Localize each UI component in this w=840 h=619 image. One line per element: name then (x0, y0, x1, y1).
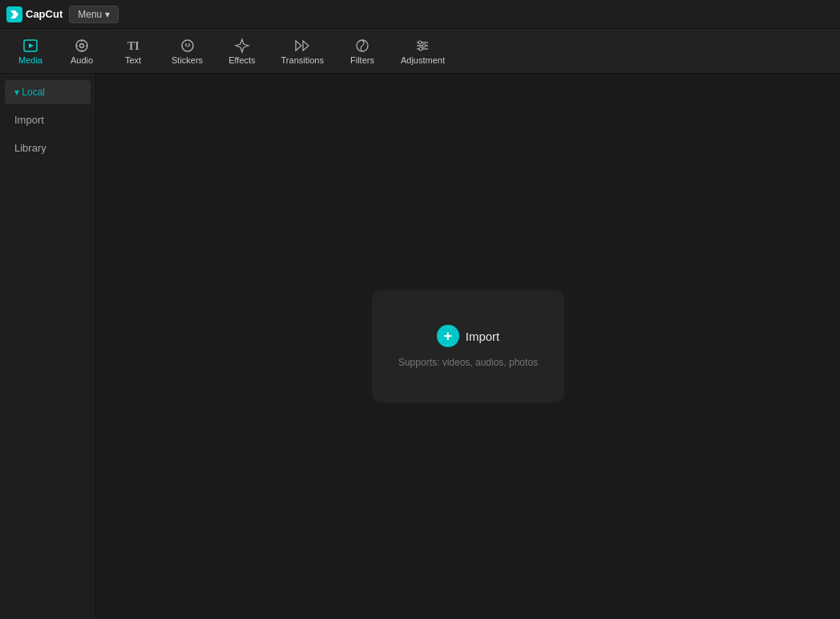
sidebar-item-import[interactable]: Import (5, 107, 91, 132)
toolbar-item-media[interactable]: Media (6, 33, 55, 70)
import-subtitle: Supports: videos, audios, photos (398, 357, 538, 368)
svg-point-4 (80, 43, 84, 47)
library-label: Library (14, 142, 46, 154)
svg-point-11 (185, 43, 187, 45)
audio-icon (74, 38, 90, 54)
effects-icon (234, 38, 250, 54)
svg-marker-2 (29, 43, 34, 48)
transitions-icon (294, 38, 310, 54)
text-icon: TI (125, 38, 141, 54)
toolbar-item-audio[interactable]: Audio (58, 33, 106, 70)
title-bar: CapCut Menu ▾ (0, 0, 840, 29)
media-label: Media (18, 56, 42, 65)
effects-label: Effects (228, 56, 255, 65)
sidebar: ▾ Local Import Library (0, 74, 96, 619)
import-plus-icon: + (437, 325, 459, 347)
toolbar-item-adjustment[interactable]: Adjustment (390, 33, 456, 70)
text-label: Text (125, 56, 141, 65)
svg-text:TI: TI (127, 40, 139, 52)
toolbar-item-stickers[interactable]: Stickers (160, 33, 214, 70)
media-icon (22, 38, 38, 54)
content-area: + Import Supports: videos, audios, photo… (96, 74, 840, 619)
import-button-label: Import (466, 330, 500, 343)
local-label: ▾ Local (14, 87, 45, 98)
svg-marker-13 (296, 41, 301, 51)
toolbar-item-text[interactable]: TI Text (109, 33, 157, 70)
adjustment-label: Adjustment (401, 56, 445, 65)
svg-marker-14 (303, 41, 309, 51)
svg-point-21 (419, 47, 422, 51)
transitions-label: Transitions (281, 56, 324, 65)
sidebar-item-local[interactable]: ▾ Local (5, 80, 91, 104)
audio-label: Audio (71, 56, 93, 65)
app-name: CapCut (26, 8, 63, 20)
svg-point-19 (418, 41, 422, 44)
import-sidebar-label: Import (14, 114, 44, 126)
menu-button[interactable]: Menu ▾ (69, 6, 119, 23)
filters-label: Filters (350, 56, 374, 65)
svg-point-10 (182, 40, 193, 51)
import-button-row: + Import (437, 325, 500, 347)
adjustment-icon (414, 38, 430, 54)
app-logo: CapCut (6, 6, 63, 22)
toolbar-item-effects[interactable]: Effects (217, 33, 266, 70)
toolbar-item-filters[interactable]: Filters (338, 33, 386, 70)
toolbar: Media Audio TI Text (0, 29, 840, 74)
import-drop-zone[interactable]: + Import Supports: videos, audios, photo… (372, 290, 564, 403)
main-area: ▾ Local Import Library + Import Supports… (0, 74, 840, 619)
svg-point-3 (76, 40, 87, 51)
menu-arrow-icon: ▾ (105, 9, 110, 20)
stickers-icon (180, 38, 196, 54)
sidebar-item-library[interactable]: Library (5, 136, 91, 160)
stickers-label: Stickers (172, 56, 203, 65)
svg-point-12 (188, 43, 190, 45)
toolbar-item-transitions[interactable]: Transitions (270, 33, 335, 70)
menu-label: Menu (78, 9, 102, 20)
filters-icon (354, 38, 370, 54)
svg-point-20 (422, 44, 426, 47)
